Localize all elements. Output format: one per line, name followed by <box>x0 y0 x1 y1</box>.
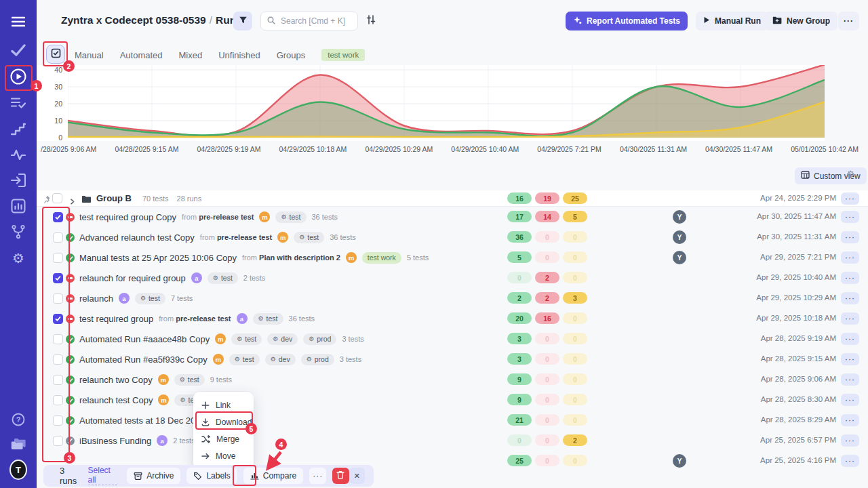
display-settings-icon[interactable] <box>366 15 376 27</box>
settings-gear-icon[interactable]: ⚙ <box>9 249 27 267</box>
workspace-avatar[interactable]: T <box>9 461 27 479</box>
sidebar: ⚙ ? T <box>0 0 37 488</box>
run-more-button[interactable]: ··· <box>841 231 859 243</box>
table-row[interactable]: relaunch two Copym⚙test9 tests900Apr 28,… <box>37 369 868 390</box>
chevron-right-icon[interactable] <box>69 195 75 207</box>
group-more-button[interactable]: ··· <box>841 192 859 205</box>
reports-icon[interactable] <box>9 197 27 215</box>
run-more-button[interactable]: ··· <box>841 292 859 304</box>
row-checkbox[interactable] <box>53 375 63 385</box>
table-row[interactable]: Manual tests at 25 Apr 2025 10:06 Copyfr… <box>37 247 868 268</box>
run-name[interactable]: test required group Copy <box>79 212 176 222</box>
run-name[interactable]: relaunch <box>79 293 113 304</box>
view-settings-gear-icon[interactable]: ⚙ <box>846 169 855 180</box>
labels-button[interactable]: Labels <box>186 468 237 484</box>
search-icon <box>267 15 275 27</box>
tab-unfinished[interactable]: Unfinished <box>218 50 260 60</box>
run-more-button[interactable]: ··· <box>841 251 859 264</box>
run-more-button[interactable]: ··· <box>841 394 859 406</box>
row-checkbox[interactable] <box>53 436 63 446</box>
test-cases-icon[interactable] <box>9 41 27 59</box>
group-meta: 70 tests 28 runs <box>142 195 201 203</box>
traceability-icon[interactable] <box>9 223 27 241</box>
run-name[interactable]: relaunch for required group <box>79 273 186 283</box>
run-more-button[interactable]: ··· <box>841 333 859 345</box>
selection-more-button[interactable]: ··· <box>309 468 326 484</box>
table-row[interactable]: Automated Run #ea5f939c Copym⚙test⚙dev⚙p… <box>37 349 868 369</box>
menu-item-download[interactable]: Download <box>193 413 254 430</box>
shared-steps-icon[interactable] <box>9 94 27 112</box>
chart-plot[interactable] <box>68 65 825 141</box>
select-runs-toggle-button[interactable] <box>46 45 65 64</box>
filter-button[interactable] <box>233 12 252 30</box>
run-more-button[interactable]: ··· <box>841 373 859 386</box>
filter-tag-test-work[interactable]: test work <box>321 49 365 61</box>
run-more-button[interactable]: ··· <box>841 414 859 426</box>
run-name[interactable]: relaunch test Copy <box>79 395 153 405</box>
select-all-link[interactable]: Select all <box>88 466 118 486</box>
group-checkbox[interactable] <box>52 193 62 203</box>
import-icon[interactable] <box>9 171 27 189</box>
menu-item-merge[interactable]: Merge <box>193 430 254 447</box>
custom-view-button[interactable]: Custom view <box>795 167 867 184</box>
archive-button[interactable]: Archive <box>127 468 180 484</box>
tab-groups[interactable]: Groups <box>277 50 306 60</box>
row-checkbox[interactable] <box>53 395 63 405</box>
run-more-button[interactable]: ··· <box>841 455 859 467</box>
new-group-button[interactable]: New Group <box>765 12 837 30</box>
close-selection-button[interactable]: ✕ <box>349 468 365 484</box>
run-name[interactable]: Automated Run #aaace48b Copy <box>79 334 210 344</box>
runs-table: Group B 70 tests 28 runs 161925 Apr 24, … <box>37 190 868 471</box>
run-more-button[interactable]: ··· <box>841 312 859 325</box>
menu-item-move[interactable]: Move <box>193 447 254 464</box>
table-row[interactable]: relauncha⚙test7 tests223Apr 29, 2025 10:… <box>37 288 868 308</box>
run-name[interactable]: relaunch two Copy <box>79 375 153 385</box>
runs-icon[interactable] <box>9 68 27 85</box>
tab-manual[interactable]: Manual <box>75 50 104 60</box>
run-name[interactable]: test required group <box>79 314 153 324</box>
table-row[interactable]: Advanced relaunch test Copyfrom pre-rele… <box>37 227 868 247</box>
report-automated-tests-button[interactable]: Report Automated Tests <box>566 12 688 30</box>
run-name[interactable]: Manual tests at 25 Apr 2025 10:06 Copy <box>79 253 237 263</box>
run-name[interactable]: Advanced relaunch test Copy <box>79 232 195 243</box>
row-checkbox[interactable] <box>53 273 63 283</box>
row-checkbox[interactable] <box>53 232 63 243</box>
tab-mixed[interactable]: Mixed <box>179 50 203 60</box>
row-checkbox[interactable] <box>53 293 63 304</box>
row-checkbox[interactable] <box>53 334 63 344</box>
table-row[interactable]: relaunch test Copym⚙test900Apr 28, 2025 … <box>37 390 868 410</box>
row-checkbox[interactable] <box>53 253 63 263</box>
row-checkbox[interactable] <box>53 314 63 324</box>
table-row[interactable]: Automated Run #aaace48b Copym⚙test⚙dev⚙p… <box>37 329 868 349</box>
menu-icon[interactable] <box>9 13 27 30</box>
help-icon[interactable]: ? <box>9 411 27 428</box>
manual-run-button[interactable]: Manual Run <box>696 12 768 30</box>
row-checkbox[interactable] <box>53 415 63 426</box>
table-row[interactable]: test required groupfrom pre-release test… <box>37 308 868 329</box>
run-more-button[interactable]: ··· <box>841 353 859 365</box>
row-checkbox[interactable] <box>53 212 63 222</box>
table-row[interactable]: test required group Copyfrom pre-release… <box>37 207 868 227</box>
menu-item-link[interactable]: Link <box>193 396 254 413</box>
breadcrumb-project[interactable]: Zyntra x Codecept 0538-0539 <box>61 14 206 26</box>
table-row[interactable]: Automated tests at 18 Dec 2024 121 tests… <box>37 410 868 430</box>
run-more-button[interactable]: ··· <box>841 434 859 447</box>
table-row[interactable]: relaunch for required groupa⚙test2 tests… <box>37 268 868 288</box>
count-pill-passed: 3 <box>507 333 532 344</box>
search-box[interactable] <box>260 12 358 30</box>
group-name[interactable]: Group B <box>96 193 132 203</box>
run-more-button[interactable]: ··· <box>841 211 859 223</box>
table-row[interactable]: iBusiness Fundinga2 tests002Apr 25, 2025… <box>37 430 868 451</box>
tab-automated[interactable]: Automated <box>120 50 163 60</box>
activity-icon[interactable] <box>9 146 27 163</box>
row-checkbox[interactable] <box>53 354 63 365</box>
search-input[interactable] <box>279 16 351 26</box>
milestones-icon[interactable] <box>9 120 27 138</box>
group-row[interactable]: Group B 70 tests 28 runs 161925 Apr 24, … <box>37 190 868 207</box>
run-name[interactable]: Automated Run #ea5f939c Copy <box>79 354 208 365</box>
header-more-button[interactable]: ··· <box>838 12 859 30</box>
projects-icon[interactable] <box>9 435 27 453</box>
run-name[interactable]: iBusiness Funding <box>79 436 151 446</box>
delete-button[interactable] <box>332 468 349 484</box>
run-more-button[interactable]: ··· <box>841 272 859 284</box>
